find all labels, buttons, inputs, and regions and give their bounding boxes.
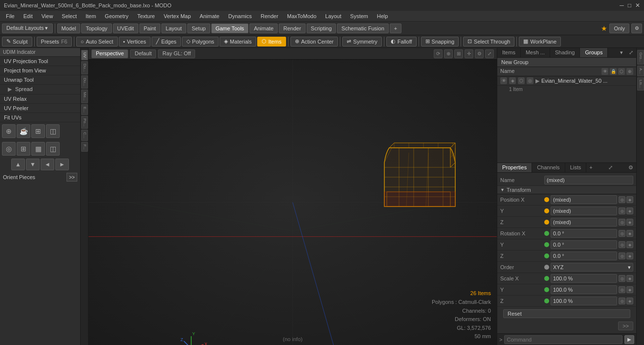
prop-name-field[interactable]: (mixed) xyxy=(544,176,633,184)
tab-schematic[interactable]: Schematic Fusion xyxy=(337,23,388,33)
tab-render[interactable]: Render xyxy=(279,23,305,33)
tab-items[interactable]: Items xyxy=(497,48,521,57)
tab-mesh[interactable]: Mesh ... xyxy=(521,48,550,57)
tab-groups[interactable]: Groups xyxy=(580,48,608,57)
strip-a-btn[interactable]: A... xyxy=(637,66,644,76)
tool-grid-btn-4[interactable]: ◫ xyxy=(46,124,60,138)
symmetry-btn[interactable]: ⇌ Symmetry xyxy=(342,37,382,46)
prop-pos-y-key[interactable]: ◈ xyxy=(626,207,633,214)
materials-btn[interactable]: ◈ Materials xyxy=(220,37,256,46)
sculpt-mode-btn[interactable]: ✎ Sculpt xyxy=(2,37,32,46)
tab-setup[interactable]: Setup xyxy=(187,23,210,33)
prop-scale-y-key[interactable]: ◈ xyxy=(626,286,633,293)
vp-icon-settings[interactable]: ⚙ xyxy=(475,49,484,58)
strip-du2-btn[interactable]: Du... xyxy=(81,75,88,89)
tab-layout[interactable]: Layout xyxy=(161,23,186,33)
add-tab-btn[interactable]: + xyxy=(586,163,595,172)
menu-texture[interactable]: Texture xyxy=(133,12,159,20)
viewport-canvas[interactable]: X Y Z 26 Items Polygons : Catmull-Clark … xyxy=(89,60,497,345)
menu-dynamics[interactable]: Dynamics xyxy=(224,12,256,20)
strip-du1-btn[interactable]: Du... xyxy=(81,61,88,74)
prop-scale-z-field[interactable]: 100.0 % xyxy=(551,297,617,305)
select-through-btn[interactable]: ⊡ Select Through xyxy=(463,37,514,46)
vertices-btn[interactable]: • Vertices xyxy=(119,37,151,46)
menu-help[interactable]: Help xyxy=(373,12,392,20)
prop-pos-x-key[interactable]: ◈ xyxy=(626,196,633,203)
menu-view[interactable]: View xyxy=(38,12,57,20)
col-icon-plus[interactable]: ⊕ xyxy=(626,68,633,75)
tool-grid-btn-1[interactable]: ⊕ xyxy=(2,124,16,138)
vp-ray-gl-btn[interactable]: Ray GL: Off xyxy=(158,49,195,58)
prop-scale-y-field[interactable]: 100.0 % xyxy=(551,285,617,294)
arrow-up-btn[interactable]: ▲ xyxy=(11,159,25,170)
strip-f-btn[interactable]: F... xyxy=(81,142,88,152)
strip-c-btn[interactable]: C... xyxy=(81,130,88,140)
expand-btn[interactable]: >> xyxy=(67,173,77,182)
tab-topology[interactable]: Topology xyxy=(81,23,111,33)
tab-channels[interactable]: Channels xyxy=(532,163,565,172)
snapping-btn[interactable]: ⊞ Snapping xyxy=(421,37,459,46)
menu-file[interactable]: File xyxy=(2,12,19,20)
strip-po-btn[interactable]: Po... xyxy=(81,116,88,129)
tool-uv-projection[interactable]: UV Projection Tool xyxy=(0,57,80,66)
prop-pos-x-field[interactable]: (mixed) xyxy=(551,195,617,204)
prop-rot-y-field[interactable]: 0.0 ° xyxy=(551,240,617,249)
vp-icon-move[interactable]: ✛ xyxy=(465,49,473,58)
prop-pos-z-link[interactable]: ◎ xyxy=(619,219,625,226)
tab-shading[interactable]: Shading xyxy=(550,48,580,57)
prop-scale-z-link[interactable]: ◎ xyxy=(619,298,625,304)
polygons-btn[interactable]: ◇ Polygons xyxy=(182,37,219,46)
prop-rot-x-field[interactable]: 0.0 ° xyxy=(551,229,617,238)
command-run-btn[interactable]: ▶ xyxy=(624,335,634,344)
menu-geometry[interactable]: Geometry xyxy=(101,12,132,20)
prop-pos-y-link[interactable]: ◎ xyxy=(619,207,625,214)
maximize-btn[interactable]: □ xyxy=(628,2,631,9)
arrow-left-btn[interactable]: ◄ xyxy=(41,159,54,170)
menu-animate[interactable]: Animate xyxy=(196,12,223,20)
layout-dropdown[interactable]: Default Layouts ▾ xyxy=(2,23,53,33)
prop-rot-x-link[interactable]: ◎ xyxy=(619,230,625,237)
menu-system[interactable]: System xyxy=(346,12,372,20)
tool-uv-relax[interactable]: UV Relax xyxy=(0,94,80,104)
strip-list-btn[interactable]: Lis... xyxy=(637,77,644,91)
right-top-expand[interactable]: ⤢ xyxy=(626,48,636,57)
prop-rot-z-key[interactable]: ◈ xyxy=(626,253,633,259)
vp-icon-camera[interactable]: ⊕ xyxy=(444,49,453,58)
right-bottom-settings[interactable]: ⚙ xyxy=(625,163,636,172)
prop-pos-z-key[interactable]: ◈ xyxy=(626,219,633,226)
strip-me-btn[interactable]: Me... xyxy=(81,90,88,103)
tab-scripting[interactable]: Scripting xyxy=(307,23,336,33)
new-group-btn[interactable]: New Group xyxy=(497,58,636,67)
strip-gro-btn[interactable]: Gro... xyxy=(637,50,644,65)
vp-icon-expand[interactable]: ⤢ xyxy=(485,49,494,58)
prop-pos-x-link[interactable]: ◎ xyxy=(619,196,625,203)
vp-default-btn[interactable]: Default xyxy=(130,49,156,58)
tool-grid-btn-3[interactable]: ⊞ xyxy=(31,124,45,138)
tool-unwrap[interactable]: Unwrap Tool xyxy=(0,75,80,85)
col-icon-lock[interactable]: 🔒 xyxy=(610,68,617,75)
tab-uvedit[interactable]: UVEdit xyxy=(113,23,138,33)
menu-select[interactable]: Select xyxy=(58,12,81,20)
presets-btn[interactable]: Presets F6 xyxy=(37,37,72,46)
prop-scale-y-link[interactable]: ◎ xyxy=(619,286,625,293)
menu-layout[interactable]: Layout xyxy=(321,12,345,20)
tool-grid-btn-8[interactable]: ◫ xyxy=(46,142,60,156)
vp-icon-rotate[interactable]: ⟳ xyxy=(434,49,443,58)
tool-fit-uvs[interactable]: Fit UVs xyxy=(0,113,80,122)
tab-more[interactable]: ▾ xyxy=(617,48,626,57)
item-visibility-toggle[interactable]: 👁 xyxy=(500,77,507,84)
tab-game-tools[interactable]: Game Tools xyxy=(211,23,249,33)
tab-paint[interactable]: Paint xyxy=(139,23,160,33)
tool-project-from-view[interactable]: Project from View xyxy=(0,66,80,75)
right-bottom-expand[interactable]: ⤢ xyxy=(605,163,616,172)
tool-uv-peeler[interactable]: UV Peeler xyxy=(0,104,80,113)
prop-scale-x-key[interactable]: ◈ xyxy=(626,275,633,282)
auto-select-btn[interactable]: ○ Auto Select xyxy=(76,37,118,46)
prop-rot-z-link[interactable]: ◎ xyxy=(619,253,625,259)
tool-grid-btn-5[interactable]: ◎ xyxy=(2,142,16,156)
arrow-down-btn[interactable]: ▼ xyxy=(26,159,40,170)
prop-rot-x-key[interactable]: ◈ xyxy=(626,230,633,237)
transform-section[interactable]: ▼ Transform xyxy=(497,186,636,194)
prop-rot-y-key[interactable]: ◈ xyxy=(626,241,633,248)
menu-vertex-map[interactable]: Vertex Map xyxy=(160,12,195,20)
